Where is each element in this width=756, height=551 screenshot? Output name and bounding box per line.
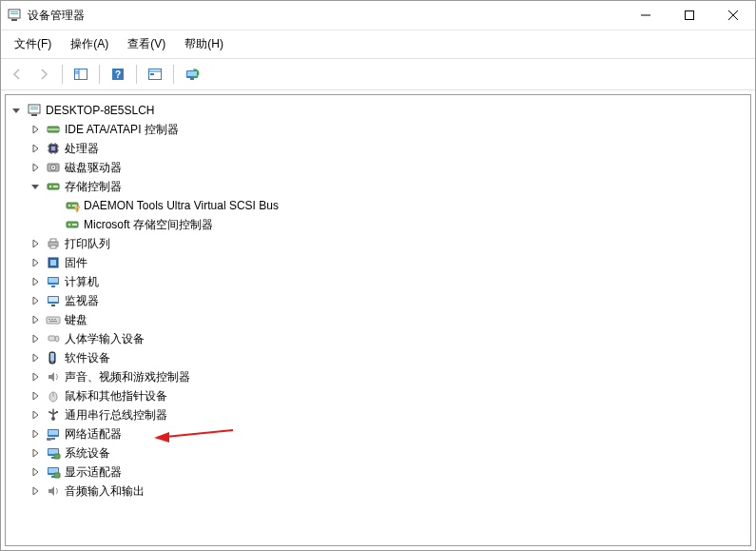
expand-toggle[interactable]: [29, 427, 42, 441]
category-cpu[interactable]: 处理器: [29, 139, 750, 158]
category-hid-label: 人体学输入设备: [65, 329, 145, 348]
svg-rect-80: [51, 438, 55, 440]
expand-toggle[interactable]: [29, 446, 42, 460]
svg-rect-56: [51, 285, 55, 287]
category-usb-label: 通用串行总线控制器: [65, 405, 167, 424]
expand-toggle[interactable]: [29, 389, 42, 403]
toolbar-separator: [173, 65, 174, 84]
category-hid[interactable]: 人体学输入设备: [29, 329, 750, 348]
svg-point-76: [48, 411, 50, 413]
device-msstor[interactable]: Microsoft 存储空间控制器: [48, 215, 750, 234]
category-gpu-label: 显示适配器: [65, 462, 122, 482]
collapse-toggle[interactable]: [29, 180, 42, 193]
maximize-button[interactable]: [668, 1, 711, 30]
expand-toggle[interactable]: [29, 370, 42, 384]
computer-icon: [46, 274, 61, 289]
category-system-label: 系统设备: [65, 443, 110, 462]
svg-rect-18: [187, 71, 197, 76]
expand-toggle[interactable]: [29, 161, 42, 174]
usb-icon: [46, 407, 61, 423]
expand-toggle[interactable]: [29, 237, 42, 250]
category-monitor[interactable]: 监视器: [29, 291, 750, 310]
title-bar-controls: [624, 1, 755, 30]
device-daemon[interactable]: !DAEMON Tools Ultra Virtual SCSI Bus: [48, 196, 750, 215]
expand-toggle[interactable]: [29, 256, 42, 269]
network-icon: [46, 426, 61, 442]
expand-toggle[interactable]: [29, 351, 42, 364]
menu-action[interactable]: 操作(A): [63, 32, 116, 56]
category-storage-label: 存储控制器: [65, 177, 122, 196]
expand-toggle[interactable]: [29, 275, 42, 288]
firmware-icon: [46, 255, 61, 270]
expand-toggle[interactable]: [29, 484, 42, 498]
svg-rect-63: [54, 319, 56, 320]
svg-rect-58: [48, 297, 58, 302]
device-manager-window: 设备管理器 文件(F) 操作(A) 查看(V) 帮助(H): [0, 0, 756, 551]
expand-toggle[interactable]: [29, 332, 42, 345]
category-computer-label: 计算机: [65, 272, 99, 291]
menu-bar: 文件(F) 操作(A) 查看(V) 帮助(H): [1, 30, 755, 59]
category-software[interactable]: 软件设备: [29, 348, 750, 367]
category-system[interactable]: 系统设备: [29, 443, 750, 462]
tree-root[interactable]: DESKTOP-8E5SLCH: [10, 101, 750, 120]
device-daemon-label: DAEMON Tools Ultra Virtual SCSI Bus: [84, 196, 279, 215]
svg-rect-1: [11, 19, 17, 21]
category-sound[interactable]: 声音、视频和游戏控制器: [29, 367, 750, 386]
svg-rect-21: [31, 114, 37, 116]
hid-icon: [46, 331, 61, 346]
category-storage[interactable]: 存储控制器: [29, 177, 750, 196]
svg-point-38: [52, 167, 54, 168]
category-print-label: 打印队列: [65, 234, 110, 253]
svg-rect-41: [53, 186, 58, 187]
expand-toggle[interactable]: [29, 123, 42, 136]
svg-rect-51: [50, 246, 56, 248]
back-button[interactable]: [5, 62, 29, 87]
svg-rect-64: [49, 321, 57, 322]
close-button[interactable]: [711, 1, 755, 30]
category-mouse-label: 鼠标和其他指针设备: [65, 386, 167, 405]
category-keyboard-label: 键盘: [65, 310, 87, 329]
collapse-toggle[interactable]: [10, 104, 23, 117]
ide-icon: [46, 122, 61, 137]
menu-view[interactable]: 查看(V): [120, 32, 173, 56]
category-ide[interactable]: IDE ATA/ATAPI 控制器: [29, 120, 750, 139]
forward-button[interactable]: [31, 62, 56, 87]
category-network[interactable]: 网络适配器: [29, 424, 750, 443]
svg-point-43: [68, 205, 70, 207]
toolbar-separator: [62, 65, 63, 84]
svg-rect-19: [190, 78, 194, 80]
category-firmware[interactable]: 固件: [29, 253, 750, 272]
svg-rect-89: [48, 468, 58, 473]
category-keyboard[interactable]: 键盘: [29, 310, 750, 329]
category-mouse[interactable]: 鼠标和其他指针设备: [29, 386, 750, 405]
svg-rect-16: [150, 73, 154, 75]
properties-button[interactable]: [143, 62, 167, 87]
category-print[interactable]: 打印队列: [29, 234, 750, 253]
svg-rect-2: [10, 11, 18, 12]
svg-rect-3: [10, 13, 18, 14]
svg-rect-5: [686, 11, 694, 20]
help-button[interactable]: ?: [106, 62, 130, 87]
category-disk-label: 磁盘驱动器: [65, 158, 122, 177]
category-usb[interactable]: 通用串行总线控制器: [29, 405, 750, 424]
menu-help[interactable]: 帮助(H): [177, 32, 231, 56]
category-gpu[interactable]: 显示适配器: [29, 462, 750, 482]
menu-file[interactable]: 文件(F): [7, 32, 59, 56]
minimize-button[interactable]: [624, 1, 668, 30]
category-cpu-label: 处理器: [65, 139, 99, 158]
show-hide-tree-button[interactable]: [68, 62, 93, 87]
monitor-icon: [46, 293, 61, 308]
expand-toggle[interactable]: [29, 294, 42, 307]
category-disk[interactable]: 磁盘驱动器: [29, 158, 750, 177]
disk-icon: [46, 160, 61, 175]
category-audio[interactable]: 音频输入和输出: [29, 482, 750, 501]
expand-toggle[interactable]: [29, 142, 42, 155]
category-computer[interactable]: 计算机: [29, 272, 750, 291]
svg-point-66: [55, 336, 59, 342]
expand-toggle[interactable]: [29, 465, 42, 479]
svg-line-82: [165, 430, 233, 437]
svg-rect-87: [54, 454, 60, 459]
scan-hardware-button[interactable]: [180, 62, 204, 87]
expand-toggle[interactable]: [29, 313, 42, 326]
expand-toggle[interactable]: [29, 408, 42, 422]
